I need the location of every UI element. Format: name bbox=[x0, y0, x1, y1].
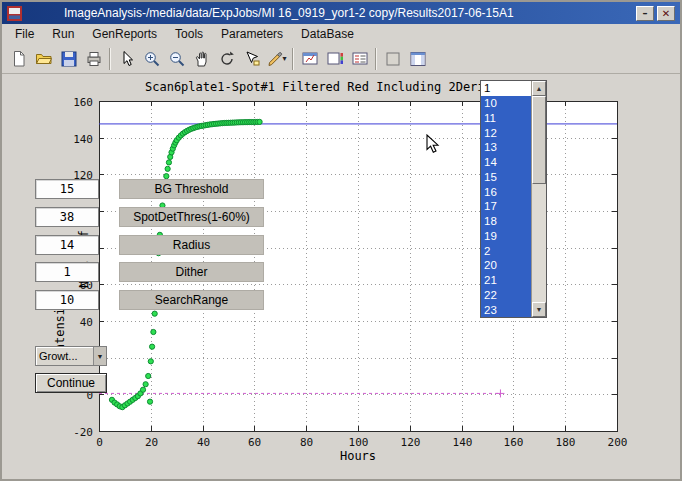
toolbar-separator bbox=[292, 48, 294, 70]
brush-dropdown-arrow-icon[interactable]: ▾ bbox=[282, 54, 286, 63]
minimize-button[interactable]: – bbox=[636, 6, 654, 21]
svg-text:140: 140 bbox=[73, 133, 93, 146]
listbox-items: 110111213141516171819220212223 bbox=[481, 81, 531, 317]
x-axis-label: Hours bbox=[340, 449, 376, 463]
menu-item-database[interactable]: DataBase bbox=[292, 24, 363, 44]
pointer-button[interactable] bbox=[114, 46, 139, 71]
pointer-icon bbox=[118, 50, 136, 68]
plottools-close-button[interactable] bbox=[380, 46, 405, 71]
search-range-input[interactable] bbox=[35, 290, 99, 310]
listbox-item-19[interactable]: 19 bbox=[481, 229, 531, 244]
app-icon bbox=[7, 6, 22, 21]
listbox-item-23[interactable]: 23 bbox=[481, 302, 531, 317]
save-icon bbox=[60, 50, 78, 68]
rotate-3d-icon bbox=[218, 50, 236, 68]
svg-text:160: 160 bbox=[504, 436, 524, 449]
svg-text:80: 80 bbox=[300, 436, 313, 449]
listbox-item-17[interactable]: 17 bbox=[481, 199, 531, 214]
spot-number-listbox[interactable]: 110111213141516171819220212223 ▲ ▼ bbox=[480, 80, 547, 318]
save-button[interactable] bbox=[56, 46, 81, 71]
menu-item-parameters[interactable]: Parameters bbox=[212, 24, 292, 44]
open-folder-icon bbox=[35, 50, 53, 68]
svg-text:60: 60 bbox=[248, 436, 261, 449]
listbox-item-22[interactable]: 22 bbox=[481, 288, 531, 303]
print-icon bbox=[85, 50, 103, 68]
search-range-label: SearchRange bbox=[119, 290, 264, 310]
toolbar-separator bbox=[375, 48, 377, 70]
figure-area: 020406080100120140160180200-200204060801… bbox=[2, 74, 680, 479]
svg-text:140: 140 bbox=[453, 436, 473, 449]
close-button[interactable]: ✕ bbox=[657, 6, 675, 21]
toolbar: ▾ bbox=[2, 44, 680, 74]
new-figure-button[interactable] bbox=[6, 46, 31, 71]
plottools-open-button[interactable] bbox=[405, 46, 430, 71]
listbox-item-15[interactable]: 15 bbox=[481, 170, 531, 185]
scroll-down-icon[interactable]: ▼ bbox=[532, 302, 546, 317]
svg-text:200: 200 bbox=[608, 436, 628, 449]
svg-text:0: 0 bbox=[96, 436, 103, 449]
plottools-close-icon bbox=[384, 50, 402, 68]
data-cursor-icon bbox=[243, 50, 261, 68]
zoom-out-icon bbox=[168, 50, 186, 68]
listbox-item-10[interactable]: 10 bbox=[481, 96, 531, 111]
spot-det-thres-input[interactable] bbox=[35, 207, 99, 227]
continue-button[interactable]: Continue bbox=[35, 373, 107, 393]
window-title: ImageAnalysis-/media/data/ExpJobs/MI 16_… bbox=[64, 6, 633, 20]
plot-canvas: 020406080100120140160180200-200204060801… bbox=[2, 74, 680, 479]
menu-item-file[interactable]: File bbox=[6, 24, 43, 44]
listbox-item-13[interactable]: 13 bbox=[481, 140, 531, 155]
zoom-in-icon bbox=[143, 50, 161, 68]
insert-legend-icon bbox=[351, 50, 369, 68]
bg-threshold-label: BG Threshold bbox=[119, 179, 264, 199]
link-plot-button[interactable] bbox=[297, 46, 322, 71]
menu-item-tools[interactable]: Tools bbox=[166, 24, 212, 44]
dither-label: Dither bbox=[119, 262, 264, 282]
mouse-cursor-icon bbox=[426, 134, 440, 154]
radius-label: Radius bbox=[119, 235, 264, 255]
svg-text:20: 20 bbox=[145, 436, 158, 449]
scrollbar-track[interactable] bbox=[532, 96, 546, 302]
svg-text:-20: -20 bbox=[73, 426, 93, 439]
listbox-item-2[interactable]: 2 bbox=[481, 243, 531, 258]
dither-input[interactable] bbox=[35, 262, 99, 282]
pan-hand-icon bbox=[193, 50, 211, 68]
rotate-3d-button[interactable] bbox=[214, 46, 239, 71]
data-cursor-button[interactable] bbox=[239, 46, 264, 71]
bg-threshold-input[interactable] bbox=[35, 179, 99, 199]
menu-item-genreports[interactable]: GenReports bbox=[83, 24, 166, 44]
insert-legend-button[interactable] bbox=[347, 46, 372, 71]
listbox-item-14[interactable]: 14 bbox=[481, 155, 531, 170]
listbox-item-21[interactable]: 21 bbox=[481, 273, 531, 288]
pan-button[interactable] bbox=[189, 46, 214, 71]
listbox-item-11[interactable]: 11 bbox=[481, 111, 531, 126]
growth-mode-dropdown[interactable]: Growt... ▼ bbox=[35, 346, 107, 366]
listbox-item-20[interactable]: 20 bbox=[481, 258, 531, 273]
radius-input[interactable] bbox=[35, 235, 99, 255]
dropdown-arrow-icon: ▼ bbox=[93, 347, 106, 365]
scrollbar-thumb[interactable] bbox=[532, 96, 546, 184]
svg-text:40: 40 bbox=[80, 316, 93, 329]
toolbar-separator bbox=[109, 48, 111, 70]
insert-colorbar-button[interactable] bbox=[322, 46, 347, 71]
listbox-item-16[interactable]: 16 bbox=[481, 184, 531, 199]
listbox-item-18[interactable]: 18 bbox=[481, 214, 531, 229]
listbox-item-1[interactable]: 1 bbox=[481, 81, 531, 96]
growth-mode-value: Growt... bbox=[36, 350, 93, 362]
brush-button[interactable]: ▾ bbox=[264, 46, 289, 71]
link-plot-icon bbox=[301, 50, 319, 68]
plottools-open-icon bbox=[409, 50, 427, 68]
svg-text:120: 120 bbox=[401, 436, 421, 449]
svg-text:180: 180 bbox=[556, 436, 576, 449]
menubar: FileRunGenReportsToolsParametersDataBase bbox=[2, 24, 680, 44]
svg-text:160: 160 bbox=[73, 96, 93, 109]
listbox-scrollbar[interactable]: ▲ ▼ bbox=[531, 81, 546, 317]
listbox-item-12[interactable]: 12 bbox=[481, 125, 531, 140]
plot-title: Scan6plate1-Spot#1 Filtered Red Includin… bbox=[145, 80, 513, 94]
zoom-in-button[interactable] bbox=[139, 46, 164, 71]
scroll-up-icon[interactable]: ▲ bbox=[532, 81, 546, 96]
print-button[interactable] bbox=[81, 46, 106, 71]
zoom-out-button[interactable] bbox=[164, 46, 189, 71]
open-file-button[interactable] bbox=[31, 46, 56, 71]
titlebar[interactable]: ImageAnalysis-/media/data/ExpJobs/MI 16_… bbox=[2, 2, 680, 24]
menu-item-run[interactable]: Run bbox=[43, 24, 83, 44]
